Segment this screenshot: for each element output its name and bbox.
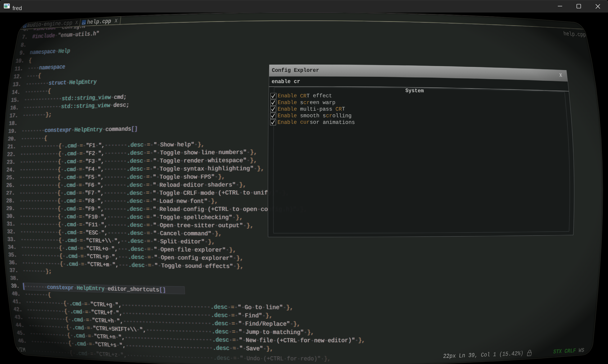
svg-text:fred: fred bbox=[13, 5, 22, 11]
